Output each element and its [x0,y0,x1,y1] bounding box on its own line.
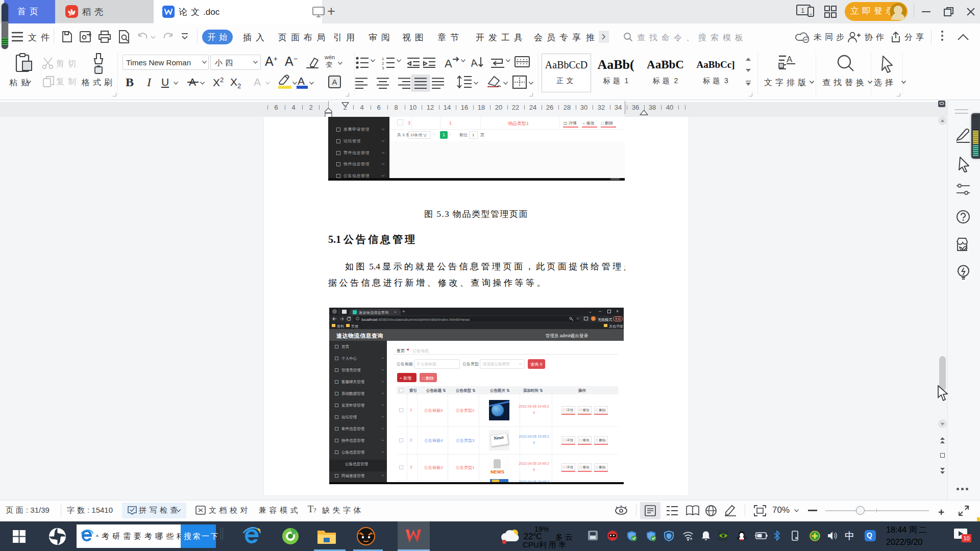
svg-text:2: 2 [382,61,384,66]
svg-text:1: 1 [801,7,804,14]
svg-text:1: 1 [382,57,384,61]
svg-text:A: A [471,57,478,69]
svg-text:A: A [787,55,793,64]
svg-text:3: 3 [382,66,384,69]
svg-text:A: A [445,57,452,69]
